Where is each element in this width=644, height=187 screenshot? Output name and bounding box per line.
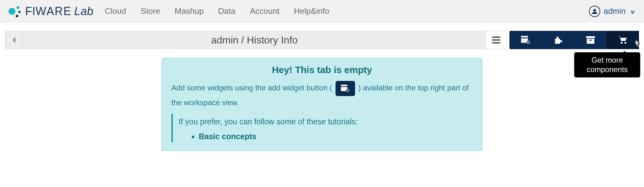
chevron-down-icon xyxy=(630,9,635,14)
nav-account[interactable]: Account xyxy=(250,6,280,16)
empty-tab-body: Add some widgets using the add widget bu… xyxy=(171,81,473,109)
svg-rect-14 xyxy=(527,42,530,43)
svg-rect-8 xyxy=(492,42,500,43)
tutorials-intro: If you prefer, you can follow some of th… xyxy=(179,115,473,129)
tutorial-link-basic-concepts[interactable]: Basic concepts xyxy=(199,132,473,141)
my-resources-button[interactable] xyxy=(574,31,607,49)
svg-rect-7 xyxy=(492,39,500,41)
nav-helpinfo[interactable]: Help&info xyxy=(294,6,330,16)
brand-text: FIWARELab xyxy=(25,5,93,18)
nav-cloud[interactable]: Cloud xyxy=(105,6,126,16)
svg-rect-16 xyxy=(587,39,594,44)
add-widget-button[interactable] xyxy=(509,31,542,49)
nav-mashup[interactable]: Mashup xyxy=(175,6,204,16)
user-name-label: admin xyxy=(603,6,626,16)
nav-store[interactable]: Store xyxy=(141,6,160,16)
workspace-title[interactable]: admin / History Info xyxy=(23,31,486,49)
user-avatar-icon xyxy=(589,6,600,17)
puzzle-icon xyxy=(554,36,563,44)
svg-rect-25 xyxy=(346,90,348,91)
svg-point-4 xyxy=(593,9,596,11)
svg-rect-15 xyxy=(586,36,595,38)
empty-tab-body-before: Add some widgets using the add widget bu… xyxy=(171,83,334,92)
tutorials-block: If you prefer, you can follow some of th… xyxy=(171,114,473,142)
pointer-cursor-icon xyxy=(633,39,641,49)
archive-icon xyxy=(586,36,595,44)
svg-rect-17 xyxy=(589,40,592,41)
empty-tab-heading: Hey! This tab is empty xyxy=(171,65,473,75)
tooltip-label: Get more components xyxy=(587,56,628,74)
workspace-menu-button[interactable] xyxy=(486,31,506,49)
svg-rect-6 xyxy=(492,37,500,38)
marketplace-button[interactable] xyxy=(607,31,639,49)
svg-point-19 xyxy=(625,42,626,44)
svg-point-2 xyxy=(19,11,21,13)
svg-point-3 xyxy=(16,15,18,17)
brand-logo[interactable]: FIWARELab xyxy=(8,4,93,19)
nav-data[interactable]: Data xyxy=(218,6,236,16)
back-button[interactable] xyxy=(5,31,23,49)
marketplace-tooltip: Get more components xyxy=(574,52,640,77)
cart-icon xyxy=(618,36,628,44)
tutorials-list: Basic concepts xyxy=(199,132,473,141)
svg-point-1 xyxy=(17,6,19,9)
top-nav: FIWARELab Cloud Store Mashup Data Accoun… xyxy=(0,0,644,23)
workspace-action-bar: Get more components xyxy=(509,31,639,49)
user-menu[interactable]: admin xyxy=(589,6,635,17)
add-widget-inline-icon xyxy=(336,81,355,96)
svg-rect-9 xyxy=(521,36,528,37)
add-widget-icon xyxy=(521,36,530,44)
svg-point-0 xyxy=(8,8,15,15)
svg-rect-20 xyxy=(341,85,347,86)
wiring-button[interactable] xyxy=(542,31,574,49)
empty-tab-alert: Hey! This tab is empty Add some widgets … xyxy=(162,58,482,151)
workspace-title-label: admin / History Info xyxy=(211,34,298,46)
workspace-bar: admin / History Info xyxy=(5,31,639,49)
svg-marker-5 xyxy=(13,37,15,43)
fiware-dots-icon xyxy=(8,4,22,19)
top-nav-items: Cloud Store Mashup Data Account Help&inf… xyxy=(105,6,329,16)
svg-point-18 xyxy=(621,42,623,44)
hamburger-icon xyxy=(492,37,500,43)
